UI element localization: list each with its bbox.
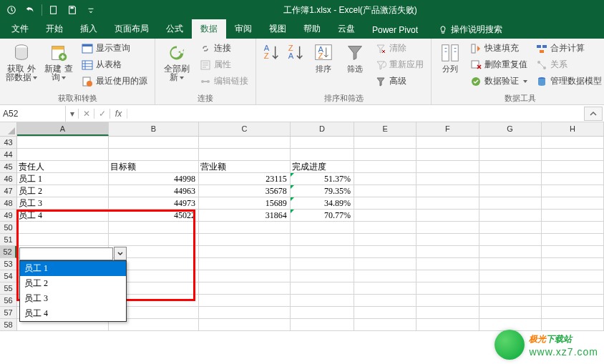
cell[interactable] [542,197,604,210]
cell[interactable] [354,282,417,295]
text-to-columns-button[interactable]: 分列 [436,41,464,74]
fx-icon[interactable]: fx [110,109,127,119]
cell[interactable] [417,234,479,246]
cell[interactable] [479,258,542,270]
cell[interactable] [109,222,199,234]
cell[interactable] [417,185,479,197]
cell[interactable]: 44963 [109,185,199,197]
tab-view[interactable]: 视图 [260,19,295,39]
cell[interactable] [479,185,542,197]
cell[interactable] [354,210,417,222]
cell[interactable] [291,295,354,307]
manage-data-model-button[interactable]: 管理数据模型 [533,74,604,89]
cell[interactable] [199,149,291,161]
cell[interactable] [417,319,479,331]
cell[interactable] [291,282,354,295]
column-header-F[interactable]: F [417,122,479,136]
cell[interactable] [354,295,417,307]
row-header-58[interactable]: 58 [0,319,16,331]
cell[interactable] [542,258,604,270]
cell[interactable] [17,137,109,149]
cell[interactable] [479,210,542,222]
cell[interactable] [417,161,479,173]
column-header-E[interactable]: E [354,122,417,136]
row-header-47[interactable]: 47 [0,185,16,197]
cell[interactable] [354,307,417,319]
cell[interactable] [291,234,354,246]
cell[interactable]: 34.89% [291,197,354,210]
show-queries-button[interactable]: 显示查询 [79,41,150,56]
cell[interactable]: 责任人 [17,161,109,173]
flash-fill-button[interactable]: 快速填充 [467,41,530,56]
cell[interactable] [291,149,354,161]
cell[interactable] [417,222,479,234]
cell[interactable] [479,246,542,258]
new-query-button[interactable]: 新建 查询 [42,41,76,83]
cell[interactable] [354,173,417,185]
cell[interactable]: 44973 [109,197,199,210]
cell[interactable] [479,307,542,319]
dropdown-item[interactable]: 员工 4 [20,306,126,321]
row-header-54[interactable]: 54 [0,270,16,282]
advanced-filter-button[interactable]: 高级 [372,74,427,89]
cell[interactable] [417,258,479,270]
cell[interactable] [17,234,109,246]
row-header-45[interactable]: 45 [0,161,16,173]
cell[interactable] [291,137,354,149]
cell[interactable] [199,258,291,270]
cell[interactable] [417,173,479,185]
cell[interactable] [354,234,417,246]
dropdown-list[interactable]: 员工 1员工 2员工 3员工 4 [19,260,127,322]
cell[interactable] [354,197,417,210]
cell[interactable]: 15689 [199,197,291,210]
consolidate-button[interactable]: 合并计算 [533,41,604,56]
cell[interactable] [542,295,604,307]
cell[interactable] [354,258,417,270]
column-header-D[interactable]: D [291,122,354,136]
row-header-44[interactable]: 44 [0,149,16,161]
dropdown-arrow-button[interactable] [114,247,127,260]
cell[interactable] [199,307,291,319]
cell[interactable] [417,149,479,161]
cell[interactable] [542,270,604,282]
row-header-53[interactable]: 53 [0,258,16,270]
cell[interactable]: 员工 1 [17,173,109,185]
remove-duplicates-button[interactable]: 删除重复值 [467,57,530,72]
cell[interactable] [542,307,604,319]
tab-cloud[interactable]: 云盘 [329,19,364,39]
cell[interactable]: 45022 [109,210,199,222]
tab-insert[interactable]: 插入 [72,19,106,39]
cell[interactable] [417,282,479,295]
sort-button[interactable]: AZ 排序 [309,41,338,74]
column-header-C[interactable]: C [199,122,291,136]
cell[interactable] [199,295,291,307]
cell[interactable] [542,222,604,234]
cell[interactable]: 目标额 [109,161,199,173]
tab-formulas[interactable]: 公式 [157,19,192,39]
cell[interactable] [199,222,291,234]
connections-button[interactable]: 连接 [197,41,251,56]
tab-powerpivot[interactable]: Power Pivot [364,21,427,39]
cell[interactable] [354,222,417,234]
refresh-all-button[interactable]: 全部刷新 [160,41,194,83]
cell[interactable] [199,319,291,331]
cell[interactable] [542,234,604,246]
cell[interactable] [291,319,354,331]
cell[interactable] [354,319,417,331]
cell[interactable] [417,197,479,210]
row-header-55[interactable]: 55 [0,282,16,295]
row-header-57[interactable]: 57 [0,307,16,319]
tab-pagelayout[interactable]: 页面布局 [106,19,157,39]
tell-me-search[interactable]: 操作说明搜索 [434,21,507,39]
cell[interactable] [542,185,604,197]
cell[interactable] [354,246,417,258]
reapply-button[interactable]: 重新应用 [372,57,427,72]
row-header-56[interactable]: 56 [0,295,16,307]
column-header-B[interactable]: B [109,122,199,136]
cell[interactable]: 营业额 [199,161,291,173]
filter-button[interactable]: 筛选 [341,41,369,74]
cell[interactable]: 70.77% [291,210,354,222]
sort-az-button[interactable]: AZ [260,41,282,65]
column-header-H[interactable]: H [542,122,604,136]
cell[interactable] [479,282,542,295]
